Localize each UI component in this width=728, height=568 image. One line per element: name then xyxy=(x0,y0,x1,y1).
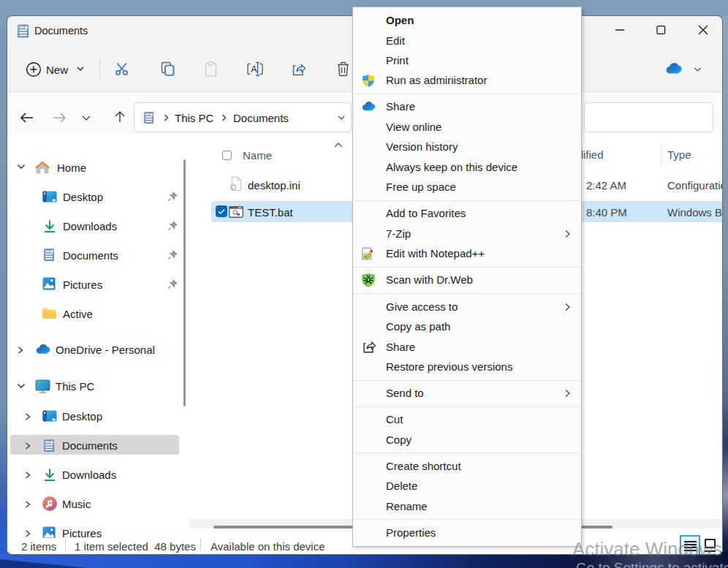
svg-text:A: A xyxy=(251,64,257,75)
